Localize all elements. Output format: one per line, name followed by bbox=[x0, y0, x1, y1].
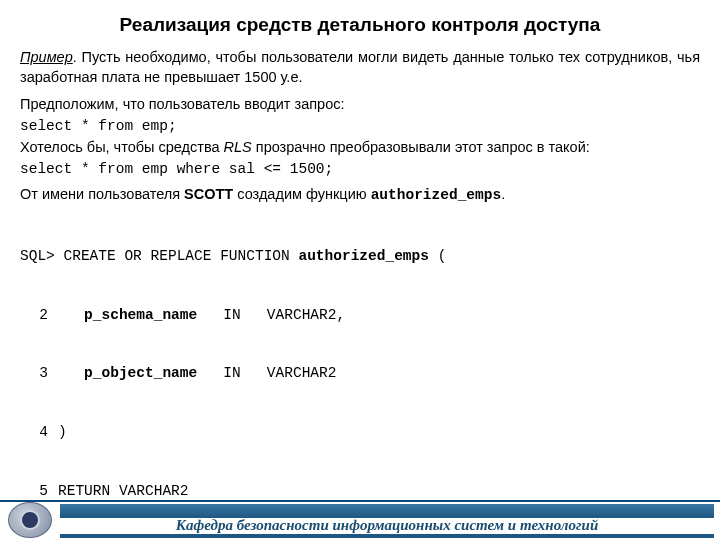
scott-fn: authorized_emps bbox=[371, 187, 502, 203]
footer-text: Кафедра безопасности информационных сист… bbox=[60, 517, 714, 534]
scott-pre: От имени пользователя bbox=[20, 186, 184, 202]
assume-text: Предположим, что пользователь вводит зап… bbox=[20, 95, 700, 115]
scott-name: SCOTT bbox=[184, 186, 233, 202]
want-paragraph: Хотелось бы, чтобы средства RLS прозрачн… bbox=[20, 138, 700, 158]
code-block: SQL> CREATE OR REPLACE FUNCTION authoriz… bbox=[20, 208, 700, 540]
scott-paragraph: От имени пользователя SCOTT создадим фун… bbox=[20, 185, 700, 206]
slide: Реализация средств детального контроля д… bbox=[0, 0, 720, 540]
query-1: select * from emp; bbox=[20, 117, 700, 137]
code-line-3: 3 p_object_name IN VARCHAR2 bbox=[20, 364, 700, 384]
code-line-2: 2 p_schema_name IN VARCHAR2, bbox=[20, 306, 700, 326]
scott-mid: создадим функцию bbox=[233, 186, 370, 202]
example-text: . Пусть необходимо, чтобы пользователи м… bbox=[20, 49, 700, 85]
want-rls: RLS bbox=[224, 139, 252, 155]
slide-title: Реализация средств детального контроля д… bbox=[20, 14, 700, 36]
footer-bar-top bbox=[60, 504, 714, 518]
logo-inner bbox=[20, 510, 40, 530]
footer: Кафедра безопасности информационных сист… bbox=[0, 500, 720, 540]
want-pre: Хотелось бы, чтобы средства bbox=[20, 139, 224, 155]
example-label: Пример bbox=[20, 49, 73, 65]
footer-bar-bot bbox=[60, 534, 714, 538]
query-2: select * from emp where sal <= 1500; bbox=[20, 160, 700, 180]
code-l1-post: ( bbox=[429, 248, 446, 264]
code-l1-pre: SQL> CREATE OR REPLACE FUNCTION bbox=[20, 248, 298, 264]
code-line-5: 5RETURN VARCHAR2 bbox=[20, 482, 700, 502]
code-line-4: 4) bbox=[20, 423, 700, 443]
example-paragraph: Пример. Пусть необходимо, чтобы пользова… bbox=[20, 48, 700, 87]
code-line-1: SQL> CREATE OR REPLACE FUNCTION authoriz… bbox=[20, 247, 700, 267]
scott-post: . bbox=[501, 186, 505, 202]
code-l1-fn: authorized_emps bbox=[298, 248, 429, 264]
university-logo bbox=[8, 502, 52, 538]
want-post: прозрачно преобразовывали этот запрос в … bbox=[252, 139, 590, 155]
